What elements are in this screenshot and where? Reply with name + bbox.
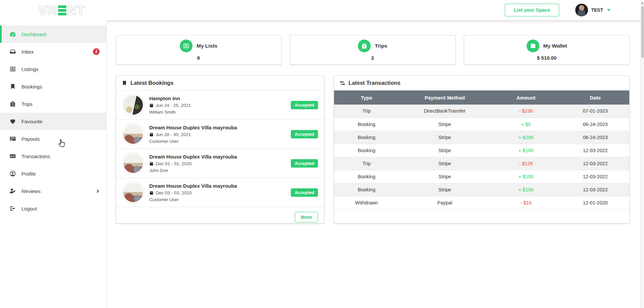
stat-label: Trips: [375, 43, 387, 49]
table-row: Booking Stripe + $100 12-03-2022: [334, 144, 629, 157]
booking-list-item[interactable]: Dream House Duplex Villa mayrouba Dec 03…: [116, 178, 324, 207]
sidebar-item-trips[interactable]: Trips: [0, 95, 106, 113]
booking-title: Dream House Duplex Villa mayrouba: [149, 125, 291, 130]
booking-photo: [122, 152, 144, 174]
stat-card-my-wallet[interactable]: My Wallet $ 510.00: [464, 35, 630, 65]
column-header-date: Date: [561, 90, 629, 105]
booking-title: Hampton Inn: [149, 96, 291, 101]
logo-e-bars-icon: [58, 5, 66, 15]
sidebar-item-label: Payouts: [21, 136, 40, 142]
tx-type: Trip: [334, 105, 399, 118]
column-header-type: Type: [334, 90, 399, 105]
table-row: Booking Stripe + $5 06-24-2023: [334, 118, 629, 131]
tx-type: Withdrawn: [334, 196, 399, 209]
sidebar-item-payouts[interactable]: Payouts: [0, 130, 106, 147]
booking-guest: Customer User: [149, 197, 291, 202]
tx-method: Stripe: [399, 144, 491, 157]
stat-card-my-lists[interactable]: My Lists 6: [116, 35, 281, 65]
sidebar-item-logout[interactable]: Logout: [0, 200, 106, 217]
sidebar-item-reviews[interactable]: Reviews ›: [0, 182, 106, 200]
booking-guest: William Smith: [149, 110, 291, 115]
tx-amount: - $230: [490, 105, 561, 118]
tx-amount: - $10: [490, 196, 561, 209]
latest-transactions-header: Latest Transactions: [334, 76, 629, 90]
latest-bookings-panel: Latest Bookings Hampton Inn Jun 24 - 25,…: [116, 75, 324, 224]
booking-title: Dream House Duplex Villa mayrouba: [149, 183, 291, 189]
user-avatar: [575, 4, 588, 16]
sidebar-item-inbox[interactable]: Inbox 2: [0, 43, 106, 60]
tx-date: 12-03-2022: [561, 157, 629, 170]
brand-logo[interactable]: VR NT: [39, 3, 85, 17]
calendar-icon: [149, 191, 154, 195]
column-header-amount: Amount: [490, 90, 561, 105]
scrollbar-up-arrow-icon[interactable]: [641, 1, 644, 5]
user-circle-icon: [9, 170, 16, 177]
stat-card-trips[interactable]: Trips 2: [290, 35, 455, 65]
stat-value: 2: [371, 55, 374, 61]
sidebar-item-transactions[interactable]: $ Transactions: [0, 147, 106, 165]
tx-date: 06-24-2023: [561, 118, 629, 131]
tx-date: 06-24-2023: [561, 131, 629, 144]
scrollbar-thumb[interactable]: [641, 6, 644, 58]
tx-amount: + $100: [490, 170, 561, 183]
panel-title: Latest Transactions: [348, 80, 400, 86]
tx-amount: + $100: [490, 183, 561, 196]
tx-date: 12-01-2020: [561, 196, 629, 209]
sidebar-item-favourite[interactable]: Favourite: [0, 113, 106, 130]
sidebar-item-label: Reviews: [21, 188, 41, 194]
sidebar-item-listings[interactable]: Listings: [0, 60, 106, 78]
credit-card-icon: [9, 135, 16, 142]
booking-list-item[interactable]: Hampton Inn Jun 24 - 25, 2021 William Sm…: [116, 90, 324, 120]
sidebar-item-label: Logout: [21, 206, 37, 211]
logo-text-right: NT: [67, 3, 85, 17]
logout-icon: [9, 205, 16, 212]
calendar-icon: [149, 103, 154, 108]
sidebar-item-label: Trips: [21, 101, 33, 107]
sidebar-item-label: Bookings: [21, 84, 42, 89]
column-header-payment-method: Payment Method: [399, 90, 491, 105]
sidebar-item-label: Listings: [21, 66, 39, 72]
booking-dates: Dec 03 - 03, 2020: [156, 190, 192, 195]
booking-dates: Jun 28 - 30, 2021: [156, 132, 191, 137]
booking-list-item[interactable]: Dream House Duplex Villa mayrouba Dec 01…: [116, 149, 324, 178]
tx-method: Stripe: [399, 170, 491, 183]
table-row: Withdrawn Paypal - $10 12-01-2020: [334, 196, 629, 209]
booking-title: Dream House Duplex Villa mayrouba: [149, 154, 291, 160]
booking-dates: Jun 24 - 25, 2021: [156, 103, 191, 108]
sidebar-item-label: Favourite: [21, 119, 43, 124]
bookmark-icon: [121, 80, 127, 86]
top-header: VR NT List your Space TEST: [0, 0, 644, 20]
tx-amount: + $100: [490, 144, 561, 157]
table-row: Booking Stripe + $100 12-03-2022: [334, 170, 629, 183]
tx-date: 12-03-2022: [561, 183, 629, 196]
sidebar-nav: Dashboard Inbox 2 Listings Bookings: [0, 20, 107, 308]
latest-transactions-panel: Latest Transactions Type Payment Method …: [334, 75, 630, 224]
tx-method: Stripe: [399, 157, 491, 170]
user-menu[interactable]: TEST: [575, 4, 610, 16]
tx-amount: + $5: [490, 118, 561, 131]
sidebar-item-profile[interactable]: Profile: [0, 165, 106, 182]
tx-type: Booking: [334, 183, 399, 196]
tx-method: Paypal: [399, 196, 491, 209]
bookmark-icon: [9, 83, 16, 90]
inbox-icon: [9, 48, 16, 55]
page-scrollbar[interactable]: [640, 0, 644, 308]
sidebar-item-bookings[interactable]: Bookings: [0, 78, 106, 95]
tx-method: Stripe: [399, 131, 491, 144]
sidebar-item-label: Profile: [21, 171, 36, 177]
list-icon: [180, 40, 193, 52]
more-button[interactable]: More: [295, 212, 318, 223]
user-edit-icon: [9, 188, 16, 194]
tx-type: Booking: [334, 170, 399, 183]
booking-list-item[interactable]: Dream House Duplex Villa mayrouba Jun 28…: [116, 120, 324, 149]
sidebar-item-label: Inbox: [21, 49, 34, 55]
user-name: TEST: [591, 7, 603, 13]
list-your-space-button[interactable]: List your Space: [505, 4, 559, 16]
tx-date: 12-03-2022: [561, 170, 629, 183]
tx-type: Booking: [334, 144, 399, 157]
vrent-dashboard-app: VR NT List your Space TEST Dashboard: [0, 0, 644, 308]
status-badge: Accepted: [291, 188, 318, 197]
sidebar-item-dashboard[interactable]: Dashboard: [0, 25, 106, 43]
header-actions: List your Space TEST: [505, 0, 610, 20]
money-check-icon: $: [9, 153, 16, 160]
